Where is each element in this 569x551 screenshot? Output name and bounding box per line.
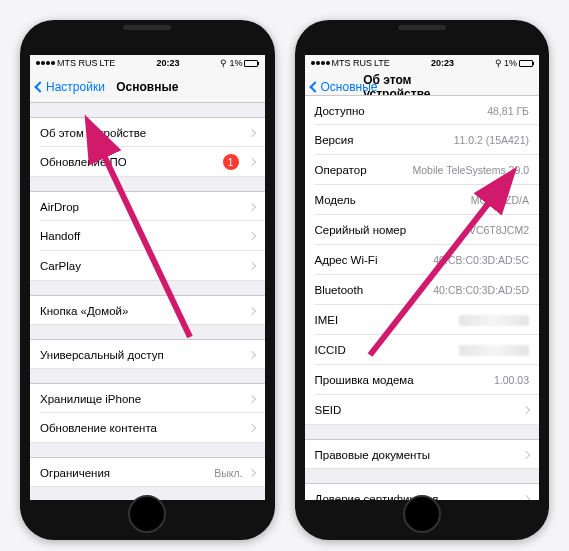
screen-left: MTS RUS LTE 20:23 ⚲ 1% Настройки Основны… xyxy=(30,55,265,500)
settings-row[interactable]: Handoff xyxy=(30,221,265,251)
row-value: 40:CB:C0:3D:AD:5D xyxy=(433,284,529,296)
status-bar: MTS RUS LTE 20:23 ⚲ 1% xyxy=(305,55,540,71)
settings-row[interactable]: Правовые документы xyxy=(305,439,540,469)
row-label: Ограничения xyxy=(40,467,110,479)
chevron-right-icon xyxy=(522,406,530,414)
row-label: Правовые документы xyxy=(315,449,430,461)
battery-pct: 1% xyxy=(504,58,517,68)
row-label: Handoff xyxy=(40,230,80,242)
bluetooth-icon: ⚲ xyxy=(220,58,227,68)
battery-icon xyxy=(519,60,533,67)
signal-icon xyxy=(36,61,55,65)
nav-bar: Настройки Основные xyxy=(30,71,265,103)
settings-row[interactable]: CarPlay xyxy=(30,251,265,281)
row-value: 11.0.2 (15A421) xyxy=(454,134,529,146)
status-time: 20:23 xyxy=(431,58,454,68)
network-label: LTE xyxy=(100,58,116,68)
settings-row: Bluetooth40:CB:C0:3D:AD:5D xyxy=(305,275,540,305)
row-label: IMEI xyxy=(315,314,339,326)
settings-row: Адрес Wi-Fi40:CB:C0:3D:AD:5C xyxy=(305,245,540,275)
battery-icon xyxy=(244,60,258,67)
settings-row: Версия11.0.2 (15A421) xyxy=(305,125,540,155)
row-label: AirDrop xyxy=(40,201,79,213)
back-button[interactable]: Настройки xyxy=(36,80,105,94)
row-label: SEID xyxy=(315,404,342,416)
chevron-right-icon xyxy=(247,306,255,314)
bluetooth-icon: ⚲ xyxy=(495,58,502,68)
row-label: ICCID xyxy=(315,344,346,356)
row-label: Обновление контента xyxy=(40,422,157,434)
settings-row: IMEI xyxy=(305,305,540,335)
settings-row: Прошивка модема1.00.03 xyxy=(305,365,540,395)
settings-row: Серийный номерVC6T8JCM2 xyxy=(305,215,540,245)
settings-row[interactable]: ОграниченияВыкл. xyxy=(30,457,265,487)
row-label: Оператор xyxy=(315,164,367,176)
row-value: 40:CB:C0:3D:AD:5C xyxy=(433,254,529,266)
row-label: Кнопка «Домой» xyxy=(40,305,128,317)
row-label: Прошивка модема xyxy=(315,374,414,386)
settings-row[interactable]: Об этом устройстве xyxy=(30,117,265,147)
row-value: 1.00.03 xyxy=(494,374,529,386)
network-label: LTE xyxy=(374,58,390,68)
screen-right: MTS RUS LTE 20:23 ⚲ 1% Основные Об этом … xyxy=(305,55,540,500)
about-list[interactable]: Доступно48,81 ГБВерсия11.0.2 (15A421)Опе… xyxy=(305,95,540,500)
settings-row: Доступно48,81 ГБ xyxy=(305,95,540,125)
phone-mockup-left: MTS RUS LTE 20:23 ⚲ 1% Настройки Основны… xyxy=(20,20,275,540)
row-label: Доступно xyxy=(315,105,365,117)
chevron-right-icon xyxy=(247,468,255,476)
chevron-right-icon xyxy=(247,262,255,270)
chevron-right-icon xyxy=(522,494,530,500)
row-label: Модель xyxy=(315,194,356,206)
settings-row: МодельMQ8L2ZD/A xyxy=(305,185,540,215)
carrier-label: MTS RUS xyxy=(57,58,98,68)
row-label: Адрес Wi-Fi xyxy=(315,254,378,266)
carrier-label: MTS RUS xyxy=(332,58,373,68)
phone-mockup-right: MTS RUS LTE 20:23 ⚲ 1% Основные Об этом … xyxy=(295,20,550,540)
row-value: MQ8L2ZD/A xyxy=(471,194,529,206)
status-bar: MTS RUS LTE 20:23 ⚲ 1% xyxy=(30,55,265,71)
chevron-right-icon xyxy=(522,450,530,458)
row-label: Универсальный доступ xyxy=(40,349,164,361)
chevron-right-icon xyxy=(247,128,255,136)
settings-row[interactable]: Универсальный доступ xyxy=(30,339,265,369)
row-label: Об этом устройстве xyxy=(40,127,146,139)
chevron-right-icon xyxy=(247,394,255,402)
redacted-value xyxy=(459,345,529,356)
status-time: 20:23 xyxy=(156,58,179,68)
home-button[interactable] xyxy=(128,495,166,533)
row-value: VC6T8JCM2 xyxy=(469,224,529,236)
chevron-right-icon xyxy=(247,232,255,240)
row-value: 48,81 ГБ xyxy=(487,105,529,117)
settings-row[interactable]: AirDrop xyxy=(30,191,265,221)
back-label: Настройки xyxy=(46,80,105,94)
row-label: CarPlay xyxy=(40,260,81,272)
settings-row[interactable]: Обновление контента xyxy=(30,413,265,443)
row-label: Bluetooth xyxy=(315,284,364,296)
home-button[interactable] xyxy=(403,495,441,533)
notification-badge: 1 xyxy=(223,154,239,170)
settings-row[interactable]: SEID xyxy=(305,395,540,425)
chevron-left-icon xyxy=(309,81,320,92)
redacted-value xyxy=(459,315,529,326)
settings-list[interactable]: Об этом устройствеОбновление ПО1AirDropH… xyxy=(30,117,265,487)
page-title: Основные xyxy=(116,80,178,94)
settings-row[interactable]: Кнопка «Домой» xyxy=(30,295,265,325)
chevron-left-icon xyxy=(34,81,45,92)
battery-pct: 1% xyxy=(229,58,242,68)
signal-icon xyxy=(311,61,330,65)
chevron-right-icon xyxy=(247,424,255,432)
chevron-right-icon xyxy=(247,350,255,358)
row-label: Версия xyxy=(315,134,354,146)
settings-row: ОператорMobile TeleSystems 29.0 xyxy=(305,155,540,185)
row-label: Хранилище iPhone xyxy=(40,393,141,405)
settings-row: ICCID xyxy=(305,335,540,365)
row-value: Mobile TeleSystems 29.0 xyxy=(412,164,529,176)
row-label: Обновление ПО xyxy=(40,156,127,168)
chevron-right-icon xyxy=(247,202,255,210)
row-value: Выкл. xyxy=(214,467,242,479)
chevron-right-icon xyxy=(247,158,255,166)
settings-row[interactable]: Обновление ПО1 xyxy=(30,147,265,177)
settings-row[interactable]: Хранилище iPhone xyxy=(30,383,265,413)
row-label: Серийный номер xyxy=(315,224,407,236)
